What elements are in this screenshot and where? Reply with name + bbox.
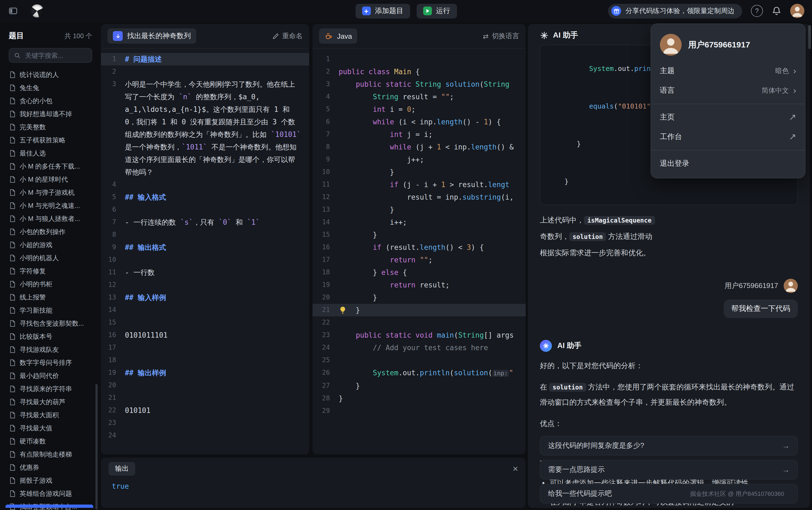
- markdown-line[interactable]: 11 - 一行数: [101, 266, 309, 279]
- rename-button[interactable]: 重命名: [272, 31, 303, 40]
- lightbulb-icon[interactable]: [339, 306, 347, 314]
- code-line[interactable]: 23 public static void main(String[] args: [313, 329, 526, 341]
- code-line[interactable]: 12 result = inp.substring(i,: [313, 191, 526, 203]
- code-line[interactable]: 8 while (j + 1 < inp.length() &: [313, 141, 526, 153]
- problem-list-item[interactable]: 小包的数列操作: [9, 225, 92, 238]
- code-line[interactable]: 21 }: [313, 304, 526, 316]
- problem-list-item[interactable]: 兔生兔: [9, 81, 92, 94]
- problem-list-item[interactable]: 寻找包含斐波那契数...: [9, 317, 92, 330]
- problem-list-item[interactable]: 小明的机器人: [9, 251, 92, 264]
- app-logo[interactable]: [31, 4, 44, 18]
- search-input[interactable]: [24, 51, 87, 60]
- code-line[interactable]: 16 if (result.length() < 3) {: [313, 241, 526, 254]
- problem-list-item[interactable]: 字符修复: [9, 264, 92, 278]
- problem-list-item[interactable]: 最小趋同代价: [9, 369, 92, 382]
- problem-list-item[interactable]: 优惠券: [9, 461, 92, 474]
- code-line[interactable]: 7 int j = i;: [313, 128, 526, 141]
- markdown-editor[interactable]: 1 # 问题描述 2 3 小明是一个中学生，今天他刚刚学习了数列。他在纸上写了一…: [101, 49, 309, 454]
- markdown-line[interactable]: 13 ## 输入样例: [101, 291, 309, 304]
- problem-list-item[interactable]: 寻找最大面积: [9, 408, 92, 422]
- problem-list-item[interactable]: 小 M 与弹子游戏机: [9, 186, 92, 199]
- markdown-line[interactable]: 19 ## 输出样例: [101, 367, 309, 379]
- output-tab[interactable]: 输出: [109, 462, 135, 476]
- markdown-line[interactable]: 6: [101, 203, 309, 216]
- markdown-line[interactable]: 16 0101011101: [101, 329, 309, 341]
- code-line[interactable]: 19 return result;: [313, 279, 526, 291]
- code-line[interactable]: 3 public static String solution(String: [313, 78, 526, 90]
- markdown-line[interactable]: 21: [101, 392, 309, 404]
- promo-banner[interactable]: 分享代码练习体验，领限量定制周边: [608, 4, 742, 18]
- menu-item[interactable]: 语言 简体中文 ›: [651, 81, 805, 101]
- markdown-line[interactable]: 10: [101, 254, 309, 266]
- code-line[interactable]: 20 }: [313, 291, 526, 304]
- markdown-line[interactable]: 14: [101, 304, 309, 316]
- problem-list-item[interactable]: 小 M 与光明之魂速...: [9, 199, 92, 212]
- problem-list-item[interactable]: 硬币凑数: [9, 435, 92, 448]
- code-line[interactable]: 26 System.out.println(solution(inp:": [313, 367, 526, 380]
- code-line[interactable]: 28 }: [313, 392, 526, 405]
- problem-list-item[interactable]: 完美整数: [9, 120, 92, 134]
- markdown-line[interactable]: 5 ## 输入格式: [101, 191, 309, 203]
- markdown-line[interactable]: 20: [101, 379, 309, 392]
- markdown-line[interactable]: 3 小明是一个中学生，今天他刚刚学习了数列。他在纸上写了一个长度为 `n` 的整…: [101, 78, 309, 178]
- problem-list-item[interactable]: 小 M 的星球时代: [9, 173, 92, 186]
- code-line[interactable]: 5 int i = 0;: [313, 103, 526, 116]
- code-line[interactable]: 24 // Add your test cases here: [313, 341, 526, 354]
- problem-list-item[interactable]: 寻找最大值: [9, 422, 92, 435]
- close-icon[interactable]: ×: [513, 464, 518, 474]
- problem-list-item[interactable]: 小超的游戏: [9, 238, 92, 251]
- code-line[interactable]: 22: [313, 316, 526, 329]
- code-line[interactable]: 18 } else {: [313, 266, 526, 279]
- menu-item[interactable]: 退出登录: [651, 154, 805, 173]
- markdown-line[interactable]: 15: [101, 316, 309, 329]
- code-line[interactable]: 10 }: [313, 166, 526, 178]
- markdown-line[interactable]: 2: [101, 65, 309, 78]
- markdown-line[interactable]: 22 010101: [101, 404, 309, 417]
- problem-list-item[interactable]: 数字字母问号排序: [9, 356, 92, 369]
- help-icon[interactable]: ?: [751, 5, 763, 17]
- language-chip[interactable]: Java: [319, 28, 357, 44]
- problem-list-item[interactable]: 比较版本号: [9, 330, 92, 343]
- problem-list-item[interactable]: 线上报警: [9, 291, 92, 304]
- problem-list-item[interactable]: 寻找最大的葫芦: [9, 395, 92, 408]
- add-problem-button[interactable]: + 添加题目: [355, 4, 410, 18]
- search-box[interactable]: [9, 48, 92, 63]
- switch-language-button[interactable]: ⇄ 切换语言: [483, 31, 519, 40]
- problem-list-item[interactable]: 我好想逃却逃不掉: [9, 108, 92, 120]
- code-line[interactable]: 11 if (j - i + 1 > result.lengt: [313, 178, 526, 191]
- markdown-line[interactable]: 17: [101, 341, 309, 354]
- code-line[interactable]: 29: [313, 405, 526, 417]
- problem-title-chip[interactable]: 找出最长的神奇数列: [108, 28, 196, 44]
- code-line[interactable]: 13 }: [313, 203, 526, 216]
- code-line[interactable]: 14 i++;: [313, 216, 526, 229]
- markdown-line[interactable]: 1 # 问题描述: [101, 53, 309, 65]
- menu-item[interactable]: 主页 ↗: [651, 108, 805, 127]
- problem-list-item[interactable]: 寻找原来的字符串: [9, 382, 92, 395]
- problem-list-item[interactable]: 贪心的小包: [9, 94, 92, 108]
- code-line[interactable]: 4 String result = "";: [313, 90, 526, 103]
- code-line[interactable]: 27 }: [313, 380, 526, 392]
- problem-list-item[interactable]: 学习新技能: [9, 304, 92, 317]
- code-editor[interactable]: 1 2 public class Main { 3 public static …: [313, 49, 526, 454]
- code-line[interactable]: 2 public class Main {: [313, 65, 526, 78]
- markdown-line[interactable]: 12: [101, 279, 309, 291]
- problem-list-item[interactable]: 最佳人选: [9, 147, 92, 160]
- markdown-line[interactable]: 23: [101, 417, 309, 429]
- menu-item[interactable]: 主题 暗色 ›: [651, 61, 805, 81]
- ai-suggestion[interactable]: 需要一点思路提示 →: [540, 460, 798, 479]
- problem-list-item[interactable]: 小明的书柜: [9, 278, 92, 291]
- markdown-line[interactable]: 9 ## 输出格式: [101, 241, 309, 254]
- problem-list-item[interactable]: 摇骰子游戏: [9, 474, 92, 487]
- code-line[interactable]: 9 j++;: [313, 153, 526, 166]
- ai-suggestion[interactable]: 给我一些代码提示吧 掘金技术社区 @ 用户84510760360: [540, 484, 798, 504]
- markdown-line[interactable]: 24: [101, 429, 309, 442]
- code-line[interactable]: 15 }: [313, 229, 526, 241]
- code-line[interactable]: 17 return "";: [313, 254, 526, 266]
- problem-list-item[interactable]: 小 M 的多任务下载...: [9, 160, 92, 173]
- problem-list-item[interactable]: 英雄组合游戏问题: [9, 487, 92, 500]
- problem-list-item[interactable]: 五子棋获胜策略: [9, 134, 92, 147]
- markdown-line[interactable]: 8: [101, 229, 309, 241]
- code-line[interactable]: 25: [313, 354, 526, 367]
- problem-list-item[interactable]: 统计说谎的人: [9, 68, 92, 81]
- code-line[interactable]: 6 while (i < inp.length() - 1) {: [313, 116, 526, 128]
